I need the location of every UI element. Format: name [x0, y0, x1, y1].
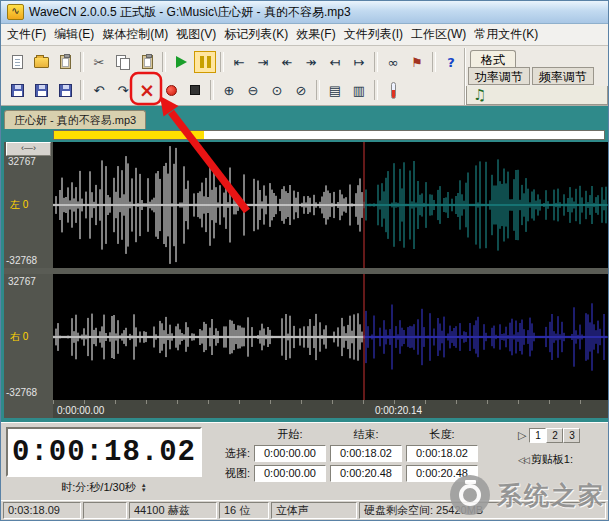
overview-view-region[interactable] [54, 131, 204, 139]
cut-button[interactable]: ✂ [88, 51, 110, 73]
toolbar-row-2: ↶↷×⊕⊖⊙⊘▤▥ [5, 76, 465, 104]
wave-zoom-scrollbar[interactable]: ‹—› [6, 142, 51, 156]
clipboard-slot-buttons: 123 [529, 428, 580, 443]
level-meter[interactable] [382, 79, 404, 101]
statusbar: 0:03:18.0944100 赫兹16 位立体声硬盘剩余空间: 25420MB [1, 500, 608, 520]
overview-bar[interactable] [53, 130, 605, 140]
right-channel-zero-label: 右 0 [10, 330, 28, 344]
right-channel-waveform[interactable] [53, 274, 608, 400]
time-field-r2-c3[interactable]: 0:00:20.48 [406, 465, 478, 482]
new-file-button[interactable] [6, 51, 28, 73]
toolbar-separator [316, 80, 320, 100]
toolbar-separator [374, 52, 378, 72]
paste-button[interactable] [136, 51, 158, 73]
clipboard-slot-1[interactable]: 1 [529, 428, 546, 443]
open-file-button[interactable] [30, 51, 52, 73]
right-channel-max-label: 32767 [8, 276, 36, 287]
selection-end-button[interactable]: ↦ [348, 51, 370, 73]
toolbar: ✂⇤⇥↞↠↤↦∞⚑? ↶↷×⊕⊖⊙⊘▤▥ 格式 功率调节 频率调节 ♫ [1, 46, 608, 106]
document-tabstrip: 庄心妍 - 真的不容易.mp3 [4, 108, 608, 129]
clipboard-slot-2[interactable]: 2 [546, 428, 563, 443]
save-button[interactable] [6, 79, 28, 101]
toolbar-separator [210, 80, 214, 100]
right-channel-min-label: -32768 [6, 387, 37, 398]
status-segment-2 [83, 502, 127, 519]
time-field-r2-c1[interactable]: 0:00:00.00 [254, 465, 326, 482]
time-field-r1-c2[interactable]: 0:00:18.02 [330, 445, 402, 462]
doc-icon [12, 55, 23, 69]
zoom-selection-button[interactable]: ⊙ [266, 79, 288, 101]
menu-item-4[interactable]: 视图(V) [172, 24, 220, 45]
overview-row [4, 130, 605, 140]
menu-item-8[interactable]: 工作区(W) [407, 24, 470, 45]
save-selection-button[interactable] [54, 79, 76, 101]
goto-start-button[interactable]: ⇤ [228, 51, 250, 73]
redo-button[interactable]: ↷ [112, 79, 134, 101]
pause-button[interactable] [194, 51, 216, 73]
status-segment-3: 44100 赫兹 [129, 502, 217, 519]
titlebar: ∿ WaveCN 2.0.0.5 正式版 - G:\Music\庄心妍 - 真的… [1, 1, 608, 24]
selection-start-button[interactable]: ↤ [324, 51, 346, 73]
toolbar-separator [162, 52, 166, 72]
copy-button[interactable] [112, 51, 134, 73]
delete-button[interactable]: × [136, 79, 158, 101]
zoom-all-button[interactable]: ⊘ [290, 79, 312, 101]
tab-power-adjust[interactable]: 功率调节 [468, 67, 530, 85]
clipboard-nav-icon[interactable]: ◁◁ [518, 455, 528, 465]
zoom-out-button[interactable]: ⊖ [242, 79, 264, 101]
column-header-1: 开始: [254, 427, 326, 442]
format-panel-tabs: 格式 [466, 48, 608, 67]
waveform-area: ‹—› 32767 左 0 -32768 32767 右 0 -32768 [4, 142, 608, 418]
time-field-r1-c3[interactable]: 0:00:18.02 [406, 445, 478, 462]
floppy-icon [11, 84, 24, 97]
copy-icon [116, 55, 130, 69]
add-marker-button[interactable]: ⚑ [406, 51, 428, 73]
time-format-label: 时:分:秒/1/30秒 [61, 480, 136, 495]
column-header-3: 长度: [406, 427, 478, 442]
stop-button[interactable] [184, 79, 206, 101]
play-indicator-icon: ▷ [518, 429, 526, 442]
tab-format[interactable]: 格式 [470, 50, 516, 67]
menu-item-6[interactable]: 效果(F) [292, 24, 339, 45]
zoom-in-button[interactable]: ⊕ [218, 79, 240, 101]
help-button[interactable]: ? [440, 51, 462, 73]
menu-item-7[interactable]: 文件列表(I) [340, 24, 407, 45]
time-field-r2-c2[interactable]: 0:00:20.48 [330, 465, 402, 482]
folder-icon [34, 57, 49, 68]
timeline-ruler[interactable]: 0:00:00.00 0:00:20.14 [53, 400, 608, 418]
thermo-icon [391, 82, 396, 99]
prev-marker-button[interactable]: ↞ [276, 51, 298, 73]
overview-spacer [4, 130, 53, 140]
play-button[interactable] [170, 51, 192, 73]
menu-item-1[interactable]: 文件(F) [3, 24, 50, 45]
app-window: ∿ WaveCN 2.0.0.5 正式版 - G:\Music\庄心妍 - 真的… [0, 0, 609, 521]
levels-button[interactable]: ▥ [348, 79, 370, 101]
save-as-button[interactable] [30, 79, 52, 101]
menu-item-3[interactable]: 媒体控制(M) [98, 24, 172, 45]
time-field-r1-c1[interactable]: 0:00:00.00 [254, 445, 326, 462]
left-channel-max-label: 32767 [8, 156, 36, 167]
menu-item-2[interactable]: 编辑(E) [50, 24, 98, 45]
clipboard-slot-3[interactable]: 3 [563, 428, 580, 443]
loop-button[interactable]: ∞ [382, 51, 404, 73]
properties-button[interactable]: ▤ [324, 79, 346, 101]
record-button[interactable] [160, 79, 182, 101]
time-display: 0:00:18.02 [6, 427, 202, 477]
right-channel-wave-container [53, 274, 608, 400]
menu-item-5[interactable]: 标记列表(K) [220, 24, 292, 45]
grid-corner [214, 427, 250, 442]
spin-down-icon[interactable]: ▼ [141, 488, 147, 493]
toolbar-separator [374, 80, 378, 100]
goto-end-button[interactable]: ⇥ [252, 51, 274, 73]
left-channel-waveform[interactable] [53, 142, 608, 268]
window-title: WaveCN 2.0.0.5 正式版 - G:\Music\庄心妍 - 真的不容… [29, 4, 351, 21]
document-tab[interactable]: 庄心妍 - 真的不容易.mp3 [4, 110, 146, 129]
clipboard-slots-row: ▷ 123 [518, 428, 606, 443]
next-marker-button[interactable]: ↠ [300, 51, 322, 73]
menu-item-9[interactable]: 常用文件(K) [470, 24, 542, 45]
timeline-mid-label: 0:00:20.14 [375, 405, 422, 416]
tab-frequency-adjust[interactable]: 频率调节 [532, 67, 594, 85]
stop-icon [190, 85, 200, 95]
undo-button[interactable]: ↶ [88, 79, 110, 101]
file-list-button[interactable] [54, 51, 76, 73]
